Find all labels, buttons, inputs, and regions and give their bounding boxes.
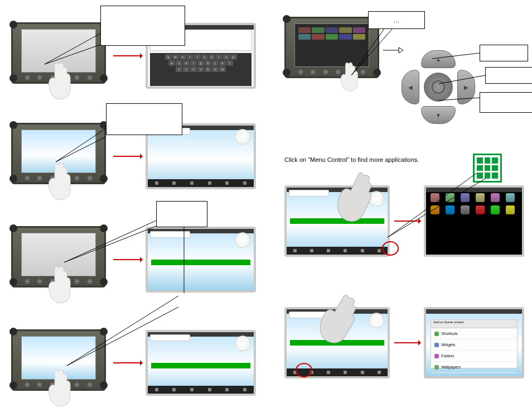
finger-icon — [45, 61, 72, 100]
finger-icon — [45, 162, 72, 201]
menu-item[interactable]: Folders — [431, 351, 517, 362]
svg-line-11 — [351, 28, 385, 75]
onscreen-keyboard[interactable]: qwertyuiop asdfghjkl zxcvbnm — [150, 53, 252, 86]
highlight-circle — [382, 241, 399, 256]
callout-pointer — [427, 50, 488, 100]
key-j[interactable]: j — [212, 60, 219, 66]
callout-pointer — [67, 296, 184, 368]
arrow-icon — [113, 156, 141, 157]
svg-line-13 — [432, 53, 480, 59]
key-k[interactable]: k — [219, 60, 226, 66]
svg-line-1 — [45, 45, 100, 64]
svg-line-4 — [64, 221, 156, 262]
svg-line-14 — [439, 75, 485, 84]
svg-line-12 — [351, 28, 393, 75]
key-x[interactable]: x — [183, 66, 190, 72]
svg-line-0 — [45, 33, 100, 64]
callout-box — [100, 6, 185, 46]
key-n[interactable]: n — [212, 66, 219, 72]
finger-icon — [45, 368, 72, 408]
svg-line-7 — [67, 296, 178, 366]
callout-pointer — [351, 25, 407, 81]
svg-line-3 — [56, 137, 106, 162]
arrow-icon — [113, 55, 141, 56]
key-a[interactable]: a — [168, 60, 175, 66]
key-s[interactable]: s — [176, 60, 182, 66]
key-u[interactable]: u — [209, 54, 215, 60]
arrow-icon — [394, 342, 419, 343]
callout-pointer — [388, 173, 488, 240]
key-i[interactable]: i — [216, 54, 223, 60]
key-f[interactable]: f — [190, 60, 197, 66]
key-v[interactable]: v — [197, 66, 204, 72]
key-r[interactable]: r — [187, 54, 194, 60]
key-p[interactable]: p — [230, 54, 237, 60]
svg-line-15 — [438, 98, 480, 100]
key-e[interactable]: e — [180, 54, 186, 60]
callout-box — [156, 201, 207, 227]
key-o[interactable]: o — [223, 54, 230, 60]
key-m[interactable]: m — [219, 66, 226, 72]
key-l[interactable]: l — [226, 60, 233, 66]
callout-box — [485, 67, 532, 84]
callout-box — [106, 103, 182, 135]
menu-item[interactable]: Widgets — [431, 339, 517, 351]
key-t[interactable]: t — [194, 54, 201, 60]
callout-pointer — [64, 221, 165, 268]
key-q[interactable]: q — [165, 54, 172, 60]
callout-box — [480, 45, 528, 61]
highlight-circle — [296, 363, 312, 377]
svg-line-16 — [388, 173, 477, 237]
menu-header: Add to Home screen — [431, 320, 517, 328]
key-y[interactable]: y — [201, 54, 208, 60]
svg-line-5 — [64, 226, 156, 262]
key-h[interactable]: h — [205, 60, 211, 66]
key-c[interactable]: c — [190, 66, 197, 72]
key-b[interactable]: b — [205, 66, 211, 72]
svg-line-2 — [56, 128, 106, 162]
key-g[interactable]: g — [197, 60, 204, 66]
svg-line-8 — [67, 307, 178, 366]
callout-box — [480, 92, 532, 113]
result-context-menu: Add to Home screen Shortcuts Widgets Fol… — [424, 307, 524, 379]
callout-box: … — [368, 11, 425, 29]
menu-item[interactable]: Shortcuts — [431, 328, 517, 339]
key-w[interactable]: w — [172, 54, 179, 60]
connector-line — [173, 226, 195, 293]
dpad-down-button[interactable]: ▼ — [421, 106, 456, 124]
key-d[interactable]: d — [183, 60, 190, 66]
menu-item[interactable]: Wallpapers — [431, 362, 517, 373]
key-z[interactable]: z — [176, 66, 182, 72]
svg-line-17 — [388, 179, 485, 237]
